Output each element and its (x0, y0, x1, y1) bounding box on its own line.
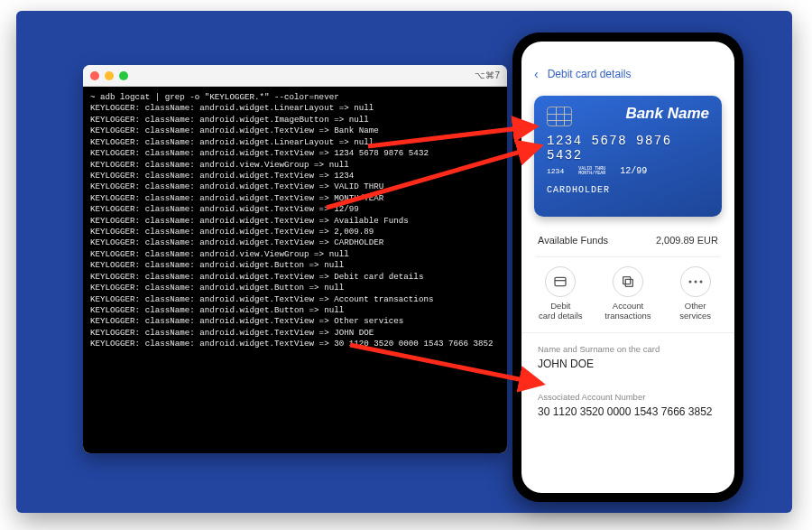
available-funds-row: Available Funds 2,009.89 EUR (521, 226, 734, 255)
cardholder-label: CARDHOLDER (547, 185, 709, 195)
debit-card: Bank Name 1234 5678 9876 5432 1234 VALID… (534, 96, 722, 217)
more-icon (680, 266, 711, 297)
terminal-shortcut-label: ⌥⌘7 (475, 70, 500, 80)
action-button[interactable]: Otherservices (663, 266, 728, 321)
actions-row: Debitcard detailsAccounttransactionsOthe… (521, 259, 734, 333)
bank-name: Bank Name (625, 105, 709, 123)
terminal-window: ⌥⌘7 ~ adb logcat | grep -o "KEYLOGGER.*"… (83, 65, 507, 453)
terminal-output[interactable]: ~ adb logcat | grep -o "KEYLOGGER.*" --c… (83, 87, 507, 453)
month-year-label: MONTH/YEAR (578, 172, 605, 176)
account-number-value: 30 1120 3520 0000 1543 7666 3852 (538, 405, 718, 418)
card-small-pan: 1234 (547, 167, 564, 175)
copy-icon (613, 266, 643, 297)
action-label: Accounttransactions (595, 301, 660, 321)
svg-rect-2 (623, 277, 631, 284)
cardholder-name-label: Name and Surname on the card (538, 344, 718, 354)
cardholder-name-value: JOHN DOE (538, 358, 718, 370)
action-label: Debitcard details (528, 301, 593, 321)
available-funds-label: Available Funds (538, 235, 608, 246)
svg-rect-3 (625, 279, 632, 286)
back-icon[interactable]: ‹ (534, 67, 539, 81)
action-label: Otherservices (663, 301, 728, 321)
page-title: Debit card details (548, 68, 632, 80)
phone-screen: ‹ Debit card details Bank Name 1234 5678… (521, 42, 734, 493)
available-funds-value: 2,009.89 EUR (656, 235, 718, 246)
chip-icon (547, 107, 572, 126)
close-icon[interactable] (90, 71, 99, 80)
maximize-icon[interactable] (119, 71, 128, 80)
phone-frame: ‹ Debit card details Bank Name 1234 5678… (512, 33, 743, 502)
svg-point-4 (688, 281, 691, 284)
app-header: ‹ Debit card details (521, 58, 734, 90)
account-number-label: Associated Account Number (538, 392, 718, 402)
svg-point-5 (694, 281, 697, 284)
svg-rect-0 (555, 277, 566, 285)
minimize-icon[interactable] (105, 71, 114, 80)
card-expiry: 12/99 (620, 166, 647, 176)
illustration-canvas: ⌥⌘7 ~ adb logcat | grep -o "KEYLOGGER.*"… (16, 11, 792, 513)
card-number: 1234 5678 9876 5432 (547, 134, 709, 163)
status-bar (521, 42, 734, 58)
card-icon (545, 266, 576, 297)
svg-point-6 (699, 281, 702, 284)
action-button[interactable]: Debitcard details (528, 266, 593, 321)
divider (536, 256, 720, 257)
terminal-titlebar: ⌥⌘7 (83, 65, 507, 87)
action-button[interactable]: Accounttransactions (595, 266, 660, 321)
